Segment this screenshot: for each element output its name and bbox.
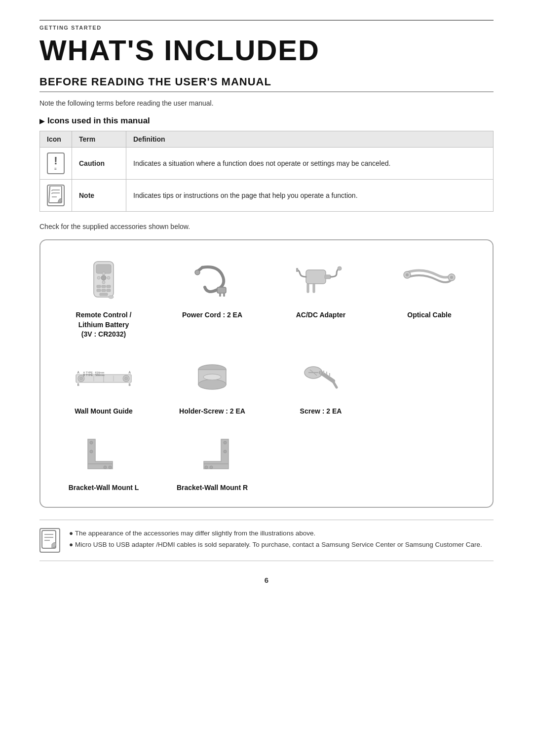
accessory-bracket-r: Bracket-Wall Mount R (158, 425, 266, 498)
bracket-l-label: Bracket-Wall Mount L (69, 483, 139, 493)
holder-screw-image (183, 356, 242, 401)
svg-rect-11 (102, 289, 106, 292)
svg-rect-15 (217, 287, 226, 293)
caution-icon-cell: ! ≡ (40, 148, 72, 180)
svg-point-5 (102, 272, 105, 275)
note-icon-cell (40, 180, 72, 212)
svg-rect-23 (307, 284, 309, 293)
col-term: Term (72, 131, 126, 148)
accessory-empty3 (375, 425, 484, 498)
svg-point-27 (406, 273, 409, 276)
svg-text:B: B (128, 383, 130, 386)
note-icon (47, 185, 65, 206)
caution-term: Caution (72, 148, 126, 180)
svg-point-4 (107, 276, 110, 279)
svg-point-54 (224, 441, 227, 444)
svg-point-53 (109, 466, 112, 469)
note-box: ● The appearance of the accessories may … (39, 520, 494, 561)
accessory-remote-control: Remote Control /Lithium Battery(3V : CR2… (49, 252, 158, 344)
svg-point-14 (109, 296, 114, 299)
svg-point-33 (124, 377, 127, 380)
bracket-l-image (74, 433, 133, 477)
svg-text:A: A (128, 370, 131, 374)
wall-mount-guide-label: Wall Mount Guide (75, 407, 133, 416)
bracket-r-label: Bracket-Wall Mount R (177, 483, 248, 493)
col-icon: Icon (40, 131, 72, 148)
accessory-power-cord: Power Cord : 2 EA (158, 252, 266, 344)
svg-rect-19 (306, 270, 326, 284)
breadcrumb: GETTING STARTED (39, 20, 494, 31)
power-cord-label: Power Cord : 2 EA (182, 310, 242, 320)
accessories-intro: Check for the supplied accessories shown… (39, 223, 494, 230)
table-row: Note Indicates tips or instructions on t… (40, 180, 494, 212)
svg-point-57 (205, 466, 208, 469)
accessory-bracket-l: Bracket-Wall Mount L (49, 425, 158, 498)
caution-icon: ! ≡ (47, 152, 65, 174)
svg-point-52 (104, 466, 107, 469)
accessory-screw: Screw : 2 EA (266, 348, 375, 421)
svg-rect-10 (97, 289, 101, 292)
accessories-row-2: A TYPE : 616mm B TYPE : 560mm A A B B Wa… (49, 348, 484, 421)
intro-text: Note the following terms before reading … (39, 99, 494, 107)
accessory-wall-mount-guide: A TYPE : 616mm B TYPE : 560mm A A B B Wa… (49, 348, 158, 421)
svg-rect-22 (296, 268, 298, 272)
svg-rect-12 (107, 289, 111, 292)
ac-adapter-label: AC/DC Adapter (296, 310, 346, 320)
remote-control-image (74, 260, 133, 304)
bracket-r-image (183, 433, 242, 477)
svg-point-51 (90, 450, 93, 453)
svg-point-31 (79, 377, 82, 380)
svg-point-56 (210, 466, 213, 469)
svg-point-50 (90, 441, 93, 444)
svg-text:B: B (77, 383, 79, 386)
accessories-box: Remote Control /Lithium Battery(3V : CR2… (39, 239, 494, 508)
note-term: Note (72, 180, 126, 212)
svg-rect-16 (219, 293, 221, 297)
wall-mount-guide-image: A TYPE : 616mm B TYPE : 560mm A A B B (74, 356, 133, 401)
svg-rect-20 (325, 275, 331, 279)
power-cord-image (183, 260, 242, 304)
icon-table: Icon Term Definition ! ≡ Caution Indicat… (39, 131, 494, 212)
remote-control-label: Remote Control /Lithium Battery(3V : CR2… (76, 310, 132, 340)
note-bullet-1: ● The appearance of the accessories may … (69, 528, 482, 539)
accessory-ac-adapter: AC/DC Adapter (266, 252, 375, 344)
ac-adapter-image (291, 260, 350, 304)
accessory-empty (375, 348, 484, 421)
svg-point-28 (450, 276, 453, 279)
table-row: ! ≡ Caution Indicates a situation where … (40, 148, 494, 180)
caution-definition: Indicates a situation where a function d… (126, 148, 494, 180)
page-title: WHAT'S INCLUDED (39, 34, 494, 67)
screw-label: Screw : 2 EA (300, 407, 342, 416)
holder-screw-label: Holder-Screw : 2 EA (179, 407, 245, 416)
screw-image (291, 356, 350, 401)
svg-point-18 (195, 270, 200, 275)
svg-point-2 (101, 275, 106, 280)
svg-text:A: A (77, 370, 79, 374)
note-box-icon (39, 528, 60, 553)
svg-point-55 (224, 450, 227, 453)
svg-rect-7 (97, 285, 101, 288)
note-definition: Indicates tips or instructions on the pa… (126, 180, 494, 212)
svg-rect-24 (313, 284, 315, 293)
svg-text:B TYPE : 560mm: B TYPE : 560mm (83, 374, 104, 377)
svg-point-45 (198, 379, 226, 389)
note-box-content: ● The appearance of the accessories may … (69, 528, 482, 551)
col-definition: Definition (126, 131, 494, 148)
accessory-empty2 (266, 425, 375, 498)
svg-point-6 (102, 281, 105, 284)
svg-point-46 (203, 374, 221, 380)
section-title: BEFORE READING THE USER'S MANUAL (39, 76, 494, 92)
note-bullet-2: ● Micro USB to USB adapter /HDMI cables … (69, 539, 482, 551)
svg-rect-17 (223, 293, 225, 297)
svg-point-21 (338, 266, 342, 270)
svg-rect-13 (100, 293, 108, 296)
optical-cable-image (400, 260, 459, 304)
icons-section-heading: Icons used in this manual (39, 116, 494, 126)
svg-rect-9 (107, 285, 111, 288)
accessory-holder-screw: Holder-Screw : 2 EA (158, 348, 266, 421)
svg-point-3 (97, 276, 100, 279)
optical-cable-label: Optical Cable (407, 310, 451, 320)
page-number: 6 (39, 576, 494, 584)
accessory-optical-cable: Optical Cable (375, 252, 484, 344)
accessories-row-1: Remote Control /Lithium Battery(3V : CR2… (49, 252, 484, 344)
